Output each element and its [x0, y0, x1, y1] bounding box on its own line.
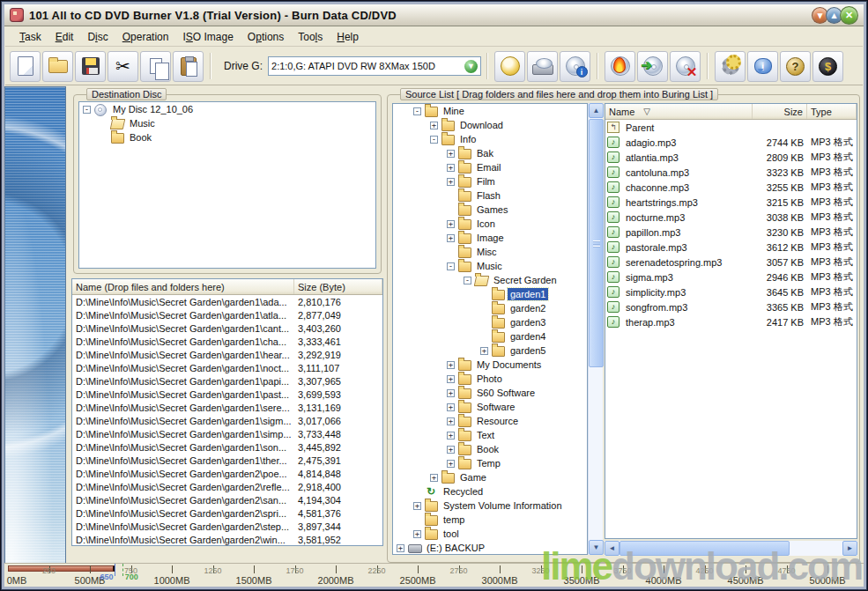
burn-list-row[interactable]: D:\Mine\Info\Music\Secret Garden\garden1…	[72, 440, 382, 454]
column-header-type[interactable]: Type	[807, 104, 857, 119]
source-list-horizontal-scrollbar[interactable]: ◄ ►	[605, 541, 857, 556]
source-tree-node[interactable]: +Icon	[393, 217, 587, 231]
expand-icon[interactable]: +	[447, 417, 455, 425]
scroll-up-button[interactable]: ▲	[589, 103, 604, 118]
expand-icon[interactable]: +	[397, 544, 404, 552]
source-tree-node[interactable]: -Mine	[393, 104, 587, 118]
burn-list-row[interactable]: D:\Mine\Info\Music\Secret Garden\garden1…	[72, 321, 382, 335]
source-file-row[interactable]: ↰Parent	[605, 120, 857, 135]
source-file-row[interactable]: ♪chaconne.mp33255 KBMP3 格式	[605, 180, 857, 195]
source-tree-node[interactable]: +Film	[393, 174, 587, 188]
source-tree-node[interactable]: +tool	[393, 527, 587, 541]
copy-button[interactable]	[140, 51, 171, 82]
expand-icon[interactable]: +	[447, 234, 455, 242]
expand-icon[interactable]: +	[447, 178, 455, 186]
menu-item-operation[interactable]: Operation	[115, 29, 176, 45]
expand-icon[interactable]: +	[447, 164, 455, 172]
drive-select[interactable]: 2:1:0,G: ATAPI DVD RW 8XMax 150D ▼	[268, 56, 481, 76]
burn-list-row[interactable]: D:\Mine\Info\Music\Secret Garden\garden1…	[72, 388, 382, 401]
scroll-left-button[interactable]: ◄	[605, 541, 619, 556]
expand-icon[interactable]: +	[447, 446, 455, 454]
source-file-row[interactable]: ♪sigma.mp32946 KBMP3 格式	[605, 270, 857, 284]
burn-list-row[interactable]: D:\Mine\Info\Music\Secret Garden\garden1…	[72, 308, 382, 321]
source-file-list[interactable]: Name ▽ Size Type ↰Parent♪adagio.mp32744 …	[605, 103, 857, 539]
expand-icon[interactable]: +	[447, 403, 455, 411]
copy-disc-button[interactable]: ➔	[637, 51, 668, 82]
source-tree-node[interactable]: +Temp	[393, 456, 587, 470]
source-tree-node[interactable]: +Image	[393, 231, 587, 245]
column-header-size[interactable]: Size	[753, 104, 807, 119]
source-tree-node[interactable]: Games	[393, 203, 587, 217]
column-header-name[interactable]: Name (Drop files and folders here)	[72, 279, 294, 294]
source-tree-node[interactable]: +Software	[393, 400, 587, 414]
expand-icon[interactable]: +	[430, 474, 438, 482]
information-button[interactable]: i	[747, 51, 778, 82]
menu-item-tools[interactable]: Tools	[291, 29, 330, 45]
burn-disc-button[interactable]	[605, 51, 635, 82]
source-tree[interactable]: -Mine+Download-Info+Bak+Email+FilmFlashG…	[392, 103, 588, 555]
source-tree-node[interactable]: +My Documents	[393, 358, 587, 372]
collapse-icon[interactable]: -	[430, 136, 438, 144]
expand-icon[interactable]: +	[447, 150, 455, 158]
scroll-thumb[interactable]	[619, 541, 790, 556]
expand-icon[interactable]: +	[430, 122, 438, 129]
buy-button[interactable]: $	[812, 51, 843, 82]
expand-icon[interactable]: +	[447, 432, 455, 440]
source-tree-node[interactable]: temp	[393, 513, 587, 527]
collapse-icon[interactable]: -	[413, 107, 421, 115]
burn-list-row[interactable]: D:\Mine\Info\Music\Secret Garden\garden2…	[72, 493, 382, 506]
expand-icon[interactable]: +	[447, 361, 455, 369]
eject-disc-button[interactable]	[494, 51, 525, 82]
new-document-button[interactable]	[10, 51, 41, 82]
burn-list-row[interactable]: D:\Mine\Info\Music\Secret Garden\garden2…	[72, 533, 382, 546]
collapse-icon[interactable]: -	[447, 262, 455, 270]
source-tree-node[interactable]: Misc	[393, 245, 587, 259]
erase-disc-button[interactable]: ✕	[670, 51, 701, 82]
burn-list[interactable]: Name (Drop files and folders here) Size …	[71, 278, 383, 546]
menu-item-options[interactable]: Options	[241, 29, 291, 45]
help-button[interactable]: ?	[780, 51, 811, 82]
source-file-row[interactable]: ♪nocturne.mp33038 KBMP3 格式	[605, 210, 857, 225]
destination-tree[interactable]: -My Disc 12_10_06MusicBook	[78, 101, 376, 269]
close-button[interactable]: ✕	[840, 6, 858, 25]
source-tree-node[interactable]: garden4	[393, 329, 587, 344]
expand-icon[interactable]: +	[480, 347, 488, 355]
destination-tree-node[interactable]: -My Disc 12_10_06	[79, 102, 375, 116]
source-tree-node[interactable]: garden3	[393, 315, 587, 329]
source-tree-node[interactable]: +Text	[393, 428, 587, 442]
drive-disc-button[interactable]	[527, 51, 558, 82]
scroll-down-button[interactable]: ▼	[589, 540, 604, 555]
burn-list-row[interactable]: D:\Mine\Info\Music\Secret Garden\garden1…	[72, 335, 382, 348]
source-tree-node[interactable]: garden1	[393, 287, 587, 301]
burn-list-row[interactable]: D:\Mine\Info\Music\Secret Garden\garden2…	[72, 520, 382, 533]
source-tree-node[interactable]: +Email	[393, 160, 587, 174]
burn-list-row[interactable]: D:\Mine\Info\Music\Secret Garden\garden1…	[72, 401, 382, 414]
collapse-icon[interactable]: -	[83, 106, 91, 114]
open-folder-button[interactable]	[42, 51, 73, 82]
destination-tree-node[interactable]: Book	[79, 130, 375, 144]
source-tree-node[interactable]: -Music	[393, 259, 587, 273]
burn-list-row[interactable]: D:\Mine\Info\Music\Secret Garden\garden1…	[72, 454, 382, 467]
scroll-thumb[interactable]	[589, 119, 604, 367]
burn-list-row[interactable]: D:\Mine\Info\Music\Secret Garden\garden2…	[72, 480, 382, 493]
expand-icon[interactable]: +	[413, 530, 421, 538]
source-tree-node[interactable]: -Secret Garden	[393, 273, 587, 287]
burn-list-row[interactable]: D:\Mine\Info\Music\Secret Garden\garden2…	[72, 506, 382, 520]
source-file-row[interactable]: ♪papillon.mp33230 KBMP3 格式	[605, 225, 857, 240]
expand-icon[interactable]: +	[447, 375, 455, 383]
source-file-row[interactable]: ♪therap.mp32417 KBMP3 格式	[605, 314, 857, 329]
expand-icon[interactable]: +	[447, 460, 455, 468]
source-file-row[interactable]: ♪adagio.mp32744 KBMP3 格式	[605, 135, 857, 150]
menu-item-help[interactable]: Help	[330, 29, 366, 45]
scroll-right-button[interactable]: ►	[842, 541, 857, 556]
expand-icon[interactable]: +	[413, 502, 421, 510]
source-file-row[interactable]: ♪pastorale.mp33612 KBMP3 格式	[605, 240, 857, 255]
source-file-row[interactable]: ♪simplicity.mp33645 KBMP3 格式	[605, 284, 857, 299]
burn-list-row[interactable]: D:\Mine\Info\Music\Secret Garden\garden2…	[72, 467, 382, 480]
source-tree-node[interactable]: +System Volume Information	[393, 499, 587, 513]
title-bar[interactable]: 101 All to CD DVD Burner V1.8 (Trial Ver…	[4, 4, 864, 26]
source-tree-node[interactable]: +Download	[393, 118, 587, 132]
source-file-row[interactable]: ♪serenadetospring.mp33057 KBMP3 格式	[605, 255, 857, 270]
source-tree-node[interactable]: Flash	[393, 188, 587, 203]
save-button[interactable]	[75, 51, 106, 82]
